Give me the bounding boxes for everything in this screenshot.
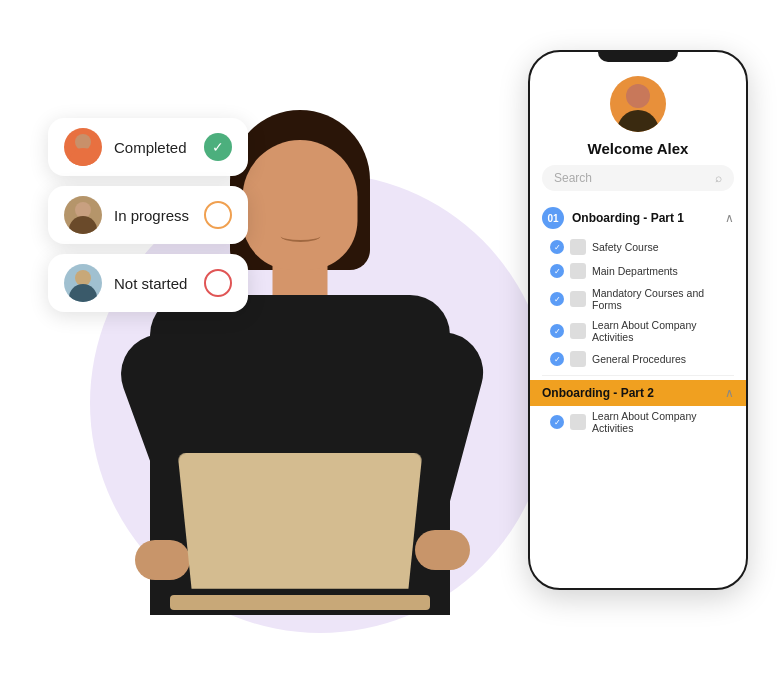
course-name-3: Mandatory Courses and Forms bbox=[592, 287, 732, 311]
status-label-in-progress: In progress bbox=[114, 207, 192, 224]
course-doc-icon-4 bbox=[570, 323, 586, 339]
status-cards-container: Completed ✓ In progress Not started bbox=[48, 118, 248, 312]
status-card-in-progress: In progress bbox=[48, 186, 248, 244]
laptop-screen bbox=[178, 453, 423, 589]
person-hand-left bbox=[135, 540, 190, 580]
phone-avatar-area bbox=[530, 70, 746, 136]
checkmark-icon: ✓ bbox=[212, 139, 224, 155]
course-name-1: Safety Course bbox=[592, 241, 659, 253]
avatar-completed bbox=[64, 128, 102, 166]
course-check-icon-4: ✓ bbox=[550, 324, 564, 338]
status-card-not-started: Not started bbox=[48, 254, 248, 312]
course-item-6[interactable]: ✓ Learn About Company Activities bbox=[530, 406, 746, 438]
person-smile bbox=[280, 230, 320, 242]
section-1-number: 01 bbox=[542, 207, 564, 229]
status-icon-completed: ✓ bbox=[204, 133, 232, 161]
course-item-2[interactable]: ✓ Main Departments bbox=[530, 259, 746, 283]
laptop-base bbox=[170, 595, 430, 610]
course-name-4: Learn About Company Activities bbox=[592, 319, 732, 343]
section-2-chevron-icon: ∧ bbox=[725, 386, 734, 400]
phone-search-placeholder: Search bbox=[554, 171, 709, 185]
search-icon: ⌕ bbox=[715, 171, 722, 185]
status-icon-in-progress bbox=[204, 201, 232, 229]
section-divider bbox=[542, 375, 734, 376]
section-2-title: Onboarding - Part 2 bbox=[542, 386, 717, 400]
status-label-not-started: Not started bbox=[114, 275, 192, 292]
avatar-not-started bbox=[64, 264, 102, 302]
course-check-icon-2: ✓ bbox=[550, 264, 564, 278]
course-check-icon: ✓ bbox=[550, 240, 564, 254]
person-face bbox=[243, 140, 358, 270]
phone-notch bbox=[598, 52, 678, 62]
phone-user-avatar bbox=[610, 76, 666, 132]
avatar-in-progress bbox=[64, 196, 102, 234]
status-card-completed: Completed ✓ bbox=[48, 118, 248, 176]
course-item-4[interactable]: ✓ Learn About Company Activities bbox=[530, 315, 746, 347]
course-item-5[interactable]: ✓ General Procedures bbox=[530, 347, 746, 371]
scene: Completed ✓ In progress Not started bbox=[0, 0, 778, 693]
course-doc-icon-3 bbox=[570, 291, 586, 307]
course-doc-icon-2 bbox=[570, 263, 586, 279]
status-label-completed: Completed bbox=[114, 139, 192, 156]
status-icon-not-started bbox=[204, 269, 232, 297]
phone-welcome-text: Welcome Alex bbox=[530, 136, 746, 165]
course-check-icon-6: ✓ bbox=[550, 415, 564, 429]
course-check-icon-3: ✓ bbox=[550, 292, 564, 306]
course-doc-icon-5 bbox=[570, 351, 586, 367]
section-1-header[interactable]: 01 Onboarding - Part 1 ∧ bbox=[530, 201, 746, 235]
course-doc-icon-6 bbox=[570, 414, 586, 430]
section-1-chevron-icon: ∧ bbox=[725, 211, 734, 225]
course-name-5: General Procedures bbox=[592, 353, 686, 365]
person-hand-right bbox=[415, 530, 470, 570]
course-name-2: Main Departments bbox=[592, 265, 678, 277]
course-item-1[interactable]: ✓ Safety Course bbox=[530, 235, 746, 259]
section-2-header[interactable]: Onboarding - Part 2 ∧ bbox=[530, 380, 746, 406]
course-check-icon-5: ✓ bbox=[550, 352, 564, 366]
course-name-6: Learn About Company Activities bbox=[592, 410, 732, 434]
section-1-title: Onboarding - Part 1 bbox=[572, 211, 717, 225]
phone-content: Welcome Alex Search ⌕ 01 Onboarding - Pa… bbox=[530, 62, 746, 438]
phone-search-bar[interactable]: Search ⌕ bbox=[542, 165, 734, 191]
course-item-3[interactable]: ✓ Mandatory Courses and Forms bbox=[530, 283, 746, 315]
course-doc-icon bbox=[570, 239, 586, 255]
phone-mockup: Welcome Alex Search ⌕ 01 Onboarding - Pa… bbox=[528, 50, 748, 590]
